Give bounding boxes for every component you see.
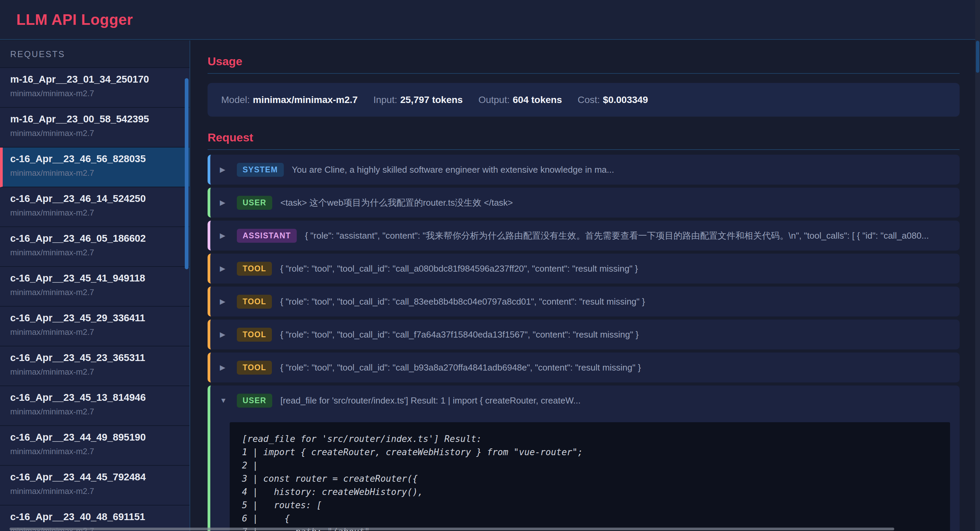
sidebar-heading: REQUESTS <box>0 40 189 67</box>
message-row-header[interactable]: ▶ USER <task> 这个web项目为什么我配置的router.ts没生效… <box>210 188 959 217</box>
usage-field-label: Output: <box>479 95 510 105</box>
request-item-model: minimax/minimax-m2.7 <box>10 327 181 337</box>
message-preview: { "role": "tool", "tool_call_id": "call_… <box>280 362 950 373</box>
expand-caret-icon[interactable]: ▶ <box>220 231 229 240</box>
message-row[interactable]: ▶ TOOL { "role": "tool", "tool_call_id":… <box>208 320 959 349</box>
usage-field-value: 25,797 tokens <box>400 95 463 105</box>
request-list-item[interactable]: m-16_Apr__23_01_34_250170 minimax/minima… <box>0 68 189 108</box>
usage-field: Input: 25,797 tokens <box>373 95 463 105</box>
message-row-header[interactable]: ▶ TOOL { "role": "tool", "tool_call_id":… <box>210 254 959 284</box>
message-row-header[interactable]: ▶ ASSISTANT { "role": "assistant", "cont… <box>210 220 959 250</box>
request-item-model: minimax/minimax-m2.7 <box>10 367 181 377</box>
message-row-header[interactable]: ▶ TOOL { "role": "tool", "tool_call_id":… <box>210 287 959 317</box>
request-item-model: minimax/minimax-m2.7 <box>10 208 181 217</box>
request-item-title: c-16_Apr__23_44_49_895190 <box>10 432 181 443</box>
request-item-title: c-16_Apr__23_46_05_186602 <box>10 233 181 244</box>
message-row[interactable]: ▶ SYSTEM You are Cline, a highly skilled… <box>208 155 959 185</box>
message-row-header[interactable]: ▶ TOOL { "role": "tool", "tool_call_id":… <box>210 352 959 382</box>
message-list: ▶ SYSTEM You are Cline, a highly skilled… <box>208 155 959 531</box>
request-item-title: c-16_Apr__23_45_13_814946 <box>10 392 181 403</box>
role-badge: TOOL <box>237 361 272 375</box>
request-item-model: minimax/minimax-m2.7 <box>10 447 181 456</box>
request-list-item[interactable]: c-16_Apr__23_40_48_691151 minimax/minima… <box>0 506 189 531</box>
request-list-item[interactable]: c-16_Apr__23_46_14_524250 minimax/minima… <box>0 187 189 227</box>
request-item-model: minimax/minimax-m2.7 <box>10 128 181 138</box>
message-row[interactable]: ▶ TOOL { "role": "tool", "tool_call_id":… <box>208 352 959 382</box>
message-row[interactable]: ▶ TOOL { "role": "tool", "tool_call_id":… <box>208 287 959 317</box>
sidebar: REQUESTS m-16_Apr__23_01_34_250170 minim… <box>0 40 190 531</box>
request-item-title: c-16_Apr__23_44_45_792484 <box>10 471 181 483</box>
expand-caret-icon[interactable]: ▶ <box>220 198 229 207</box>
request-list-item[interactable]: c-16_Apr__23_46_05_186602 minimax/minima… <box>0 227 189 267</box>
request-item-title: c-16_Apr__23_45_29_336411 <box>10 312 181 323</box>
request-item-model: minimax/minimax-m2.7 <box>10 487 181 496</box>
message-preview: <task> 这个web项目为什么我配置的router.ts没生效 </task… <box>280 197 950 209</box>
request-list-item[interactable]: c-16_Apr__23_44_45_792484 minimax/minima… <box>0 466 189 506</box>
request-heading-rule <box>208 149 959 150</box>
usage-field-label: Cost: <box>578 95 600 105</box>
request-heading: Request <box>208 131 959 144</box>
usage-field: Cost: $0.003349 <box>578 95 648 105</box>
expand-caret-icon[interactable]: ▼ <box>220 396 229 404</box>
usage-heading: Usage <box>208 55 959 68</box>
request-list-item[interactable]: c-16_Apr__23_45_23_365311 minimax/minima… <box>0 346 189 386</box>
expand-caret-icon[interactable]: ▶ <box>220 363 229 372</box>
request-item-model: minimax/minimax-m2.7 <box>10 288 181 297</box>
message-row[interactable]: ▶ USER <task> 这个web项目为什么我配置的router.ts没生效… <box>208 188 959 217</box>
request-item-title: m-16_Apr__23_00_58_542395 <box>10 114 181 125</box>
usage-field-value: $0.003349 <box>603 95 648 105</box>
message-preview: { "role": "tool", "tool_call_id": "call_… <box>280 330 950 340</box>
role-badge: USER <box>237 196 272 210</box>
request-item-model: minimax/minimax-m2.7 <box>10 89 181 98</box>
message-row-header[interactable]: ▶ SYSTEM You are Cline, a highly skilled… <box>210 155 959 185</box>
role-badge: TOOL <box>237 328 272 342</box>
request-list-item[interactable]: m-16_Apr__23_00_58_542395 minimax/minima… <box>0 108 189 147</box>
message-row[interactable]: ▶ ASSISTANT { "role": "assistant", "cont… <box>208 220 959 250</box>
request-list-item[interactable]: c-16_Apr__23_46_56_828035 minimax/minima… <box>0 147 189 187</box>
code-block: [read_file for 'src/router/index.ts'] Re… <box>230 422 950 531</box>
usage-field-label: Input: <box>373 95 397 105</box>
expand-caret-icon[interactable]: ▶ <box>220 330 229 339</box>
request-list-item[interactable]: c-16_Apr__23_44_49_895190 minimax/minima… <box>0 426 189 466</box>
request-item-model: minimax/minimax-m2.7 <box>10 407 181 417</box>
page-vertical-scrollbar-thumb[interactable] <box>976 41 979 73</box>
message-preview: { "role": "assistant", "content": "我来帮你分… <box>305 230 950 242</box>
page-vertical-scrollbar-track[interactable] <box>975 0 980 531</box>
message-row-header[interactable]: ▶ TOOL { "role": "tool", "tool_call_id":… <box>210 320 959 349</box>
page-horizontal-scrollbar-thumb[interactable] <box>10 528 894 530</box>
request-item-title: m-16_Apr__23_01_34_250170 <box>10 74 181 85</box>
message-row[interactable]: ▼ USER [read_file for 'src/router/index.… <box>208 385 959 531</box>
request-item-title: c-16_Apr__23_46_56_828035 <box>10 153 181 165</box>
sidebar-scrollbar-thumb[interactable] <box>185 78 189 269</box>
usage-heading-rule <box>208 73 959 74</box>
usage-field: Model: minimax/minimax-m2.7 <box>221 95 358 105</box>
message-row[interactable]: ▶ TOOL { "role": "tool", "tool_call_id":… <box>208 254 959 284</box>
message-preview: You are Cline, a highly skilled software… <box>292 165 950 175</box>
expand-caret-icon[interactable]: ▶ <box>220 265 229 273</box>
app-header: LLM API Logger <box>0 0 980 40</box>
message-preview: { "role": "tool", "tool_call_id": "call_… <box>280 263 950 274</box>
message-row-header[interactable]: ▼ USER [read_file for 'src/router/index.… <box>210 385 959 415</box>
message-preview: { "role": "tool", "tool_call_id": "call_… <box>280 296 950 307</box>
role-badge: TOOL <box>237 262 272 276</box>
request-list-item[interactable]: c-16_Apr__23_45_13_814946 minimax/minima… <box>0 386 189 426</box>
expand-caret-icon[interactable]: ▶ <box>220 298 229 306</box>
request-item-title: c-16_Apr__23_46_14_524250 <box>10 193 181 204</box>
main-panel: Usage Model: minimax/minimax-m2.7 Input:… <box>191 40 980 531</box>
role-badge: SYSTEM <box>237 163 284 177</box>
request-item-title: c-16_Apr__23_45_41_949118 <box>10 273 181 284</box>
expand-caret-icon[interactable]: ▶ <box>220 166 229 174</box>
message-preview: [read_file for 'src/router/index.ts'] Re… <box>280 395 950 406</box>
role-badge: TOOL <box>237 295 272 309</box>
usage-summary: Model: minimax/minimax-m2.7 Input: 25,79… <box>208 83 959 117</box>
usage-field: Output: 604 tokens <box>479 95 562 105</box>
request-item-model: minimax/minimax-m2.7 <box>10 168 181 178</box>
role-badge: ASSISTANT <box>237 229 297 243</box>
request-item-title: c-16_Apr__23_40_48_691151 <box>10 511 181 523</box>
app-title: LLM API Logger <box>16 11 133 28</box>
request-list-item[interactable]: c-16_Apr__23_45_29_336411 minimax/minima… <box>0 307 189 346</box>
request-list-item[interactable]: c-16_Apr__23_45_41_949118 minimax/minima… <box>0 267 189 307</box>
request-item-model: minimax/minimax-m2.7 <box>10 248 181 257</box>
request-item-title: c-16_Apr__23_45_23_365311 <box>10 352 181 363</box>
usage-field-value: minimax/minimax-m2.7 <box>253 95 358 105</box>
